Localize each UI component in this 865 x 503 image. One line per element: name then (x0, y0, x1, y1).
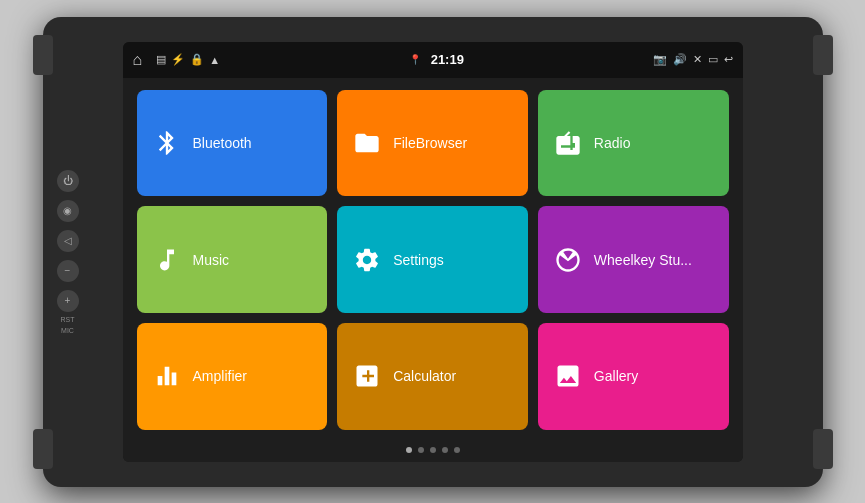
gallery-tile[interactable]: Gallery (538, 323, 729, 430)
page-dot-4[interactable] (442, 447, 448, 453)
filebrowser-tile[interactable]: FileBrowser (337, 90, 528, 197)
bracket-top-left (33, 35, 53, 75)
lock-icon: 🔒 (190, 53, 204, 66)
home-icon[interactable]: ⌂ (133, 51, 143, 69)
calculator-tile[interactable]: Calculator (337, 323, 528, 430)
calculator-icon (353, 362, 381, 390)
app-grid: Bluetooth FileBrowser Radio Music (123, 78, 743, 438)
rst-label: RST (61, 316, 75, 323)
gallery-icon (554, 362, 582, 390)
car-unit: ⏻ ◉ ◁ − + RST MIC ⌂ ▤ ⚡ 🔒 ▲ 📍 21:19 � (43, 17, 823, 487)
bracket-bottom-left (33, 429, 53, 469)
page-dots (123, 438, 743, 462)
bracket-bottom-right (813, 429, 833, 469)
power-button[interactable]: ⏻ (57, 170, 79, 192)
bluetooth-label: Bluetooth (193, 135, 252, 151)
camera-icon[interactable]: 📷 (653, 53, 667, 66)
settings-tile[interactable]: Settings (337, 206, 528, 313)
page-dot-3[interactable] (430, 447, 436, 453)
page-dot-2[interactable] (418, 447, 424, 453)
filebrowser-label: FileBrowser (393, 135, 467, 151)
bluetooth-icon (153, 129, 181, 157)
left-buttons-panel: ⏻ ◉ ◁ − + RST MIC (57, 170, 79, 334)
location-icon: 📍 (409, 54, 421, 65)
volume-up-button[interactable]: + (57, 290, 79, 312)
status-icons-right: 📷 🔊 ✕ ▭ ↩ (653, 53, 733, 66)
wheelkey-label: Wheelkey Stu... (594, 252, 692, 268)
app-row-2: Music Settings Wheelkey Stu... (137, 206, 729, 313)
bluetooth-tile[interactable]: Bluetooth (137, 90, 328, 197)
settings-label: Settings (393, 252, 444, 268)
status-bar: ⌂ ▤ ⚡ 🔒 ▲ 📍 21:19 📷 🔊 ✕ ▭ ↩ (123, 42, 743, 78)
location-indicator: 📍 (409, 54, 421, 65)
music-label: Music (193, 252, 230, 268)
gallery-label: Gallery (594, 368, 638, 384)
sim-icon: ▤ (156, 53, 166, 66)
amplifier-tile[interactable]: Amplifier (137, 323, 328, 430)
screen: ⌂ ▤ ⚡ 🔒 ▲ 📍 21:19 📷 🔊 ✕ ▭ ↩ (123, 42, 743, 462)
volume-icon[interactable]: 🔊 (673, 53, 687, 66)
calculator-label: Calculator (393, 368, 456, 384)
status-center: 📍 21:19 (228, 52, 644, 67)
page-dot-5[interactable] (454, 447, 460, 453)
status-icons-left: ▤ ⚡ 🔒 ▲ (156, 53, 220, 66)
usb-icon: ⚡ (171, 53, 185, 66)
music-tile[interactable]: Music (137, 206, 328, 313)
settings-icon (353, 246, 381, 274)
volume-down-button[interactable]: − (57, 260, 79, 282)
amplifier-label: Amplifier (193, 368, 247, 384)
steering-icon (554, 246, 582, 274)
equalizer-icon (153, 362, 181, 390)
wheelkey-tile[interactable]: Wheelkey Stu... (538, 206, 729, 313)
app-row-3: Amplifier Calculator Gallery (137, 323, 729, 430)
android-button[interactable]: ◉ (57, 200, 79, 222)
window-icon[interactable]: ▭ (708, 53, 718, 66)
music-icon (153, 246, 181, 274)
undo-icon[interactable]: ↩ (724, 53, 733, 66)
radio-tile[interactable]: Radio (538, 90, 729, 197)
folder-icon (353, 129, 381, 157)
bracket-top-right (813, 35, 833, 75)
wifi-icon: ▲ (209, 54, 220, 66)
radio-icon (554, 129, 582, 157)
mic-label: MIC (61, 327, 74, 334)
app-row-1: Bluetooth FileBrowser Radio (137, 90, 729, 197)
close-icon[interactable]: ✕ (693, 53, 702, 66)
page-dot-1[interactable] (406, 447, 412, 453)
radio-label: Radio (594, 135, 631, 151)
back-button[interactable]: ◁ (57, 230, 79, 252)
clock: 21:19 (431, 52, 464, 67)
